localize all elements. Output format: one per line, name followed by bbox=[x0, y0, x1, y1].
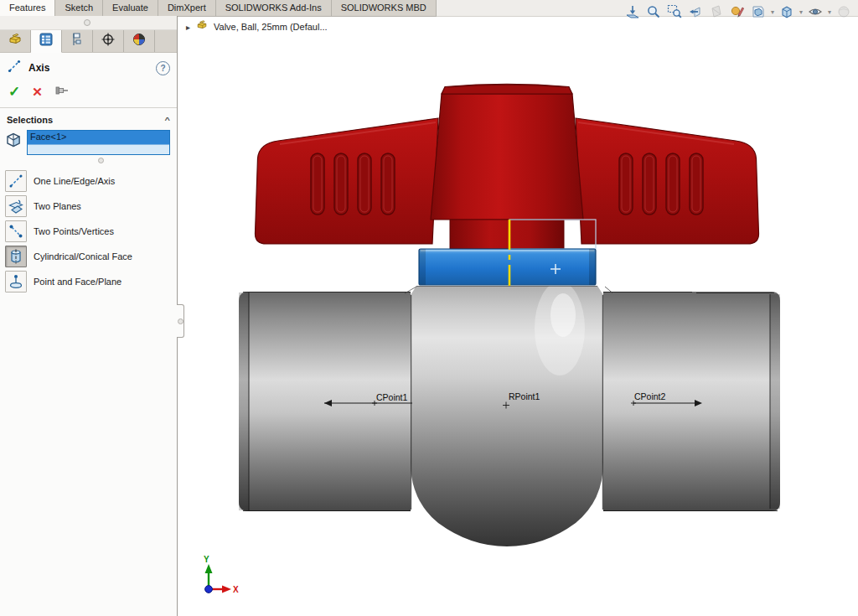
orientation-triad: Y X bbox=[204, 555, 239, 594]
option-two-points-vertices[interactable]: Two Points/Vertices bbox=[5, 220, 177, 242]
splitter-dot[interactable] bbox=[84, 19, 90, 26]
axis-options: One Line/Edge/Axis Two Planes Two Points… bbox=[0, 167, 177, 292]
selection-row: Face<1> bbox=[0, 128, 177, 155]
part-tree-icon bbox=[7, 31, 23, 51]
panel-top-splitter[interactable] bbox=[0, 16, 177, 30]
help-icon[interactable]: ? bbox=[156, 61, 170, 75]
cancel-button[interactable]: ✕ bbox=[32, 85, 43, 100]
handle-boss[interactable] bbox=[431, 94, 583, 220]
listbox-resize-row bbox=[0, 155, 177, 167]
view-settings-icon bbox=[835, 3, 853, 21]
tab-solidworks-mbd[interactable]: SOLIDWORKS MBD bbox=[332, 0, 437, 16]
ok-button[interactable]: ✓ bbox=[8, 83, 20, 101]
previous-view-icon[interactable] bbox=[686, 3, 705, 21]
headsup-toolbar: ▾ ▾ ▾ bbox=[623, 3, 853, 21]
edit-appearance-icon[interactable] bbox=[728, 3, 747, 21]
panel-resize-handle[interactable] bbox=[177, 304, 184, 338]
tab-configuration-manager[interactable] bbox=[62, 30, 93, 52]
hide-show-items-icon[interactable] bbox=[806, 3, 824, 21]
pm-action-bar: ✓ ✕ bbox=[0, 81, 177, 108]
apply-scene-dropdown-icon[interactable]: ▾ bbox=[771, 8, 774, 16]
graphics-area[interactable]: ▸ Valve, Ball, 25mm (Defaul... bbox=[178, 16, 858, 616]
tab-property-manager[interactable] bbox=[31, 30, 62, 53]
display-manager-icon bbox=[131, 31, 147, 51]
axis-feature-icon bbox=[7, 59, 22, 77]
tab-dimxpert-manager[interactable] bbox=[93, 30, 124, 52]
pin-icon[interactable] bbox=[54, 85, 70, 100]
solidworks-window: Features Sketch Evaluate DimXpert SOLIDW… bbox=[0, 0, 858, 616]
dimxpert-manager-icon bbox=[100, 31, 116, 51]
face-selection-icon bbox=[4, 130, 23, 153]
property-manager-panel: Axis ? ✓ ✕ Selections ^ Face<1> bbox=[0, 16, 178, 616]
option-one-line-edge-axis[interactable]: One Line/Edge/Axis bbox=[5, 170, 177, 192]
handle-boss-cap bbox=[442, 84, 572, 94]
apply-scene-icon[interactable] bbox=[749, 3, 768, 21]
option-two-planes[interactable]: Two Planes bbox=[5, 195, 177, 217]
tab-evaluate[interactable]: Evaluate bbox=[103, 0, 158, 16]
cylindrical-conical-face-icon[interactable] bbox=[5, 246, 27, 267]
svg-text:CPoint1: CPoint1 bbox=[376, 392, 408, 402]
triad-x-label: X bbox=[233, 585, 239, 594]
page-title: Axis bbox=[28, 62, 149, 74]
active-part-name[interactable]: Valve, Ball, 25mm (Defaul... bbox=[214, 22, 328, 32]
point-and-face-plane-icon[interactable] bbox=[5, 271, 27, 292]
zoom-in-icon[interactable] bbox=[644, 3, 663, 21]
svg-text:RPoint1: RPoint1 bbox=[509, 391, 540, 401]
selected-face-band[interactable] bbox=[419, 249, 596, 285]
tab-featuremanager-tree[interactable] bbox=[0, 30, 31, 52]
display-style-dropdown-icon[interactable]: ▾ bbox=[799, 8, 803, 16]
zoom-to-fit-icon[interactable] bbox=[623, 3, 642, 21]
one-line-edge-axis-icon[interactable] bbox=[5, 170, 27, 192]
property-manager-icon bbox=[38, 31, 54, 51]
svg-text:CPoint2: CPoint2 bbox=[634, 391, 666, 401]
option-point-and-face-plane[interactable]: Point and Face/Plane bbox=[5, 271, 177, 292]
hide-show-dropdown-icon[interactable]: ▾ bbox=[828, 8, 831, 16]
valve-body[interactable] bbox=[405, 282, 603, 546]
selections-group-header[interactable]: Selections ^ bbox=[0, 108, 177, 128]
listbox-resize-handle[interactable] bbox=[98, 158, 104, 163]
valve-handle[interactable] bbox=[255, 84, 758, 249]
tree-expand-icon[interactable]: ▸ bbox=[186, 23, 190, 32]
tab-display-manager[interactable] bbox=[124, 30, 155, 52]
two-points-vertices-icon[interactable] bbox=[5, 220, 27, 242]
part-icon bbox=[195, 18, 209, 35]
tab-dimxpert[interactable]: DimXpert bbox=[158, 0, 216, 16]
tab-features[interactable]: Features bbox=[0, 0, 55, 17]
section-view-icon bbox=[707, 3, 726, 21]
configuration-manager-icon bbox=[69, 31, 85, 51]
option-cylindrical-conical-face[interactable]: Cylindrical/Conical Face bbox=[5, 246, 177, 267]
manager-tab-bar bbox=[0, 30, 177, 53]
property-manager-header: Axis ? bbox=[0, 53, 177, 81]
selection-item-face1[interactable]: Face<1> bbox=[28, 131, 169, 145]
valve-model: CPoint1 RPoint1 CPoint2 Y X bbox=[178, 16, 858, 616]
collapse-chevron-icon[interactable]: ^ bbox=[165, 116, 170, 124]
triad-y-label: Y bbox=[204, 555, 209, 564]
zoom-to-area-icon[interactable] bbox=[665, 3, 684, 21]
tab-sketch[interactable]: Sketch bbox=[55, 0, 103, 16]
selection-listbox[interactable]: Face<1> bbox=[27, 130, 170, 155]
breadcrumb[interactable]: ▸ Valve, Ball, 25mm (Defaul... bbox=[186, 18, 328, 35]
two-planes-icon[interactable] bbox=[5, 195, 27, 217]
ribbon-tab-bar: Features Sketch Evaluate DimXpert SOLIDW… bbox=[0, 0, 437, 17]
tab-solidworks-add-ins[interactable]: SOLIDWORKS Add-Ins bbox=[216, 0, 332, 16]
panel-resize-dot[interactable] bbox=[178, 318, 183, 324]
handle-stem[interactable] bbox=[450, 220, 564, 249]
display-style-icon[interactable] bbox=[778, 3, 796, 21]
pipe-right[interactable] bbox=[603, 287, 780, 511]
